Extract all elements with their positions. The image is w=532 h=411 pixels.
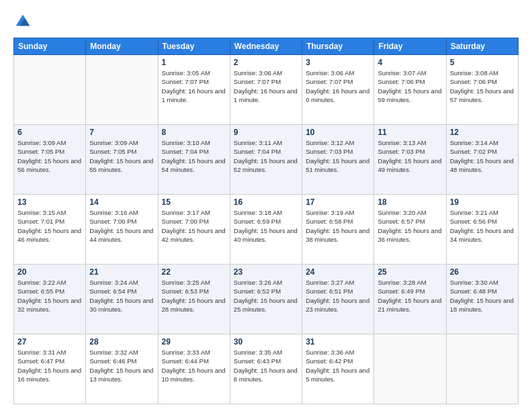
calendar-cell: 2Sunrise: 3:06 AM Sunset: 7:07 PM Daylig… <box>230 55 302 125</box>
calendar-cell <box>86 55 158 125</box>
day-number: 23 <box>234 267 298 277</box>
day-number: 20 <box>17 267 82 277</box>
calendar-cell: 30Sunrise: 3:35 AM Sunset: 6:43 PM Dayli… <box>230 334 302 404</box>
day-info: Sunrise: 3:27 AM Sunset: 6:51 PM Dayligh… <box>306 278 370 314</box>
day-number: 16 <box>234 197 298 207</box>
calendar-cell: 10Sunrise: 3:12 AM Sunset: 7:03 PM Dayli… <box>302 125 374 195</box>
day-info: Sunrise: 3:25 AM Sunset: 6:53 PM Dayligh… <box>162 278 226 314</box>
day-info: Sunrise: 3:32 AM Sunset: 6:46 PM Dayligh… <box>89 348 154 383</box>
day-number: 18 <box>378 197 442 207</box>
weekday-header-wednesday: Wednesday <box>230 38 302 55</box>
calendar-cell: 8Sunrise: 3:10 AM Sunset: 7:04 PM Daylig… <box>158 125 230 195</box>
day-number: 17 <box>306 197 370 207</box>
weekday-header-sunday: Sunday <box>14 38 86 55</box>
weekday-header-friday: Friday <box>374 38 446 55</box>
calendar-row-4: 20Sunrise: 3:22 AM Sunset: 6:55 PM Dayli… <box>14 265 519 334</box>
weekday-header-tuesday: Tuesday <box>158 38 230 55</box>
day-info: Sunrise: 3:13 AM Sunset: 7:03 PM Dayligh… <box>378 138 442 174</box>
day-number: 15 <box>162 197 226 207</box>
calendar-cell: 7Sunrise: 3:09 AM Sunset: 7:05 PM Daylig… <box>86 125 158 195</box>
calendar-cell: 24Sunrise: 3:27 AM Sunset: 6:51 PM Dayli… <box>302 265 374 334</box>
calendar-cell: 31Sunrise: 3:36 AM Sunset: 6:42 PM Dayli… <box>302 334 374 404</box>
calendar-cell <box>446 334 518 404</box>
day-number: 30 <box>234 337 298 347</box>
weekday-header-thursday: Thursday <box>302 38 374 55</box>
day-info: Sunrise: 3:30 AM Sunset: 6:48 PM Dayligh… <box>450 278 515 314</box>
day-info: Sunrise: 3:22 AM Sunset: 6:55 PM Dayligh… <box>17 278 82 314</box>
calendar-cell: 18Sunrise: 3:20 AM Sunset: 6:57 PM Dayli… <box>374 195 446 265</box>
calendar-cell: 25Sunrise: 3:28 AM Sunset: 6:49 PM Dayli… <box>374 265 446 334</box>
day-info: Sunrise: 3:16 AM Sunset: 7:00 PM Dayligh… <box>89 208 154 244</box>
day-info: Sunrise: 3:14 AM Sunset: 7:02 PM Dayligh… <box>450 138 515 174</box>
day-number: 19 <box>450 197 515 207</box>
day-info: Sunrise: 3:24 AM Sunset: 6:54 PM Dayligh… <box>89 278 154 314</box>
calendar-cell: 12Sunrise: 3:14 AM Sunset: 7:02 PM Dayli… <box>446 125 518 195</box>
day-number: 14 <box>89 197 154 207</box>
calendar-cell: 22Sunrise: 3:25 AM Sunset: 6:53 PM Dayli… <box>158 265 230 334</box>
calendar-cell: 13Sunrise: 3:15 AM Sunset: 7:01 PM Dayli… <box>14 195 86 265</box>
calendar-cell: 6Sunrise: 3:09 AM Sunset: 7:05 PM Daylig… <box>14 125 86 195</box>
day-number: 4 <box>378 58 442 67</box>
day-info: Sunrise: 3:19 AM Sunset: 6:58 PM Dayligh… <box>306 208 370 244</box>
calendar-cell: 15Sunrise: 3:17 AM Sunset: 7:00 PM Dayli… <box>158 195 230 265</box>
day-info: Sunrise: 3:20 AM Sunset: 6:57 PM Dayligh… <box>378 208 442 244</box>
day-info: Sunrise: 3:08 AM Sunset: 7:06 PM Dayligh… <box>450 68 515 104</box>
weekday-header-row: SundayMondayTuesdayWednesdayThursdayFrid… <box>14 38 519 55</box>
day-info: Sunrise: 3:15 AM Sunset: 7:01 PM Dayligh… <box>17 208 82 244</box>
day-number: 24 <box>306 267 370 277</box>
day-info: Sunrise: 3:36 AM Sunset: 6:42 PM Dayligh… <box>306 348 370 383</box>
calendar-row-5: 27Sunrise: 3:31 AM Sunset: 6:47 PM Dayli… <box>14 334 519 404</box>
day-info: Sunrise: 3:33 AM Sunset: 6:44 PM Dayligh… <box>162 348 226 383</box>
calendar-cell: 11Sunrise: 3:13 AM Sunset: 7:03 PM Dayli… <box>374 125 446 195</box>
day-info: Sunrise: 3:09 AM Sunset: 7:05 PM Dayligh… <box>89 138 154 174</box>
day-info: Sunrise: 3:31 AM Sunset: 6:47 PM Dayligh… <box>17 348 82 383</box>
calendar-cell: 19Sunrise: 3:21 AM Sunset: 6:56 PM Dayli… <box>446 195 518 265</box>
day-number: 8 <box>162 128 226 137</box>
day-info: Sunrise: 3:11 AM Sunset: 7:04 PM Dayligh… <box>234 138 298 174</box>
calendar-cell: 17Sunrise: 3:19 AM Sunset: 6:58 PM Dayli… <box>302 195 374 265</box>
calendar-cell: 14Sunrise: 3:16 AM Sunset: 7:00 PM Dayli… <box>86 195 158 265</box>
calendar-cell: 20Sunrise: 3:22 AM Sunset: 6:55 PM Dayli… <box>14 265 86 334</box>
calendar-cell: 28Sunrise: 3:32 AM Sunset: 6:46 PM Dayli… <box>86 334 158 404</box>
day-number: 29 <box>162 337 226 347</box>
day-info: Sunrise: 3:18 AM Sunset: 6:59 PM Dayligh… <box>234 208 298 244</box>
day-info: Sunrise: 3:17 AM Sunset: 7:00 PM Dayligh… <box>162 208 226 244</box>
calendar-cell: 16Sunrise: 3:18 AM Sunset: 6:59 PM Dayli… <box>230 195 302 265</box>
day-number: 6 <box>17 128 82 137</box>
calendar-cell: 26Sunrise: 3:30 AM Sunset: 6:48 PM Dayli… <box>446 265 518 334</box>
day-info: Sunrise: 3:10 AM Sunset: 7:04 PM Dayligh… <box>162 138 226 174</box>
day-number: 9 <box>234 128 298 137</box>
day-number: 10 <box>306 128 370 137</box>
logo-icon <box>13 12 32 31</box>
day-info: Sunrise: 3:06 AM Sunset: 7:07 PM Dayligh… <box>306 68 370 104</box>
day-number: 13 <box>17 197 82 207</box>
header <box>13 12 519 31</box>
day-info: Sunrise: 3:26 AM Sunset: 6:52 PM Dayligh… <box>234 278 298 314</box>
day-number: 3 <box>306 58 370 67</box>
calendar-row-1: 1Sunrise: 3:05 AM Sunset: 7:07 PM Daylig… <box>14 55 519 125</box>
day-number: 27 <box>17 337 82 347</box>
weekday-header-saturday: Saturday <box>446 38 518 55</box>
calendar-cell: 1Sunrise: 3:05 AM Sunset: 7:07 PM Daylig… <box>158 55 230 125</box>
day-number: 25 <box>378 267 442 277</box>
calendar-cell <box>14 55 86 125</box>
day-number: 22 <box>162 267 226 277</box>
calendar-cell: 21Sunrise: 3:24 AM Sunset: 6:54 PM Dayli… <box>86 265 158 334</box>
calendar-cell: 27Sunrise: 3:31 AM Sunset: 6:47 PM Dayli… <box>14 334 86 404</box>
day-info: Sunrise: 3:28 AM Sunset: 6:49 PM Dayligh… <box>378 278 442 314</box>
day-info: Sunrise: 3:12 AM Sunset: 7:03 PM Dayligh… <box>306 138 370 174</box>
day-info: Sunrise: 3:21 AM Sunset: 6:56 PM Dayligh… <box>450 208 515 244</box>
day-number: 11 <box>378 128 442 137</box>
day-number: 21 <box>89 267 154 277</box>
day-number: 5 <box>450 58 515 67</box>
calendar-cell: 29Sunrise: 3:33 AM Sunset: 6:44 PM Dayli… <box>158 334 230 404</box>
calendar-cell: 3Sunrise: 3:06 AM Sunset: 7:07 PM Daylig… <box>302 55 374 125</box>
day-number: 1 <box>162 58 226 67</box>
day-info: Sunrise: 3:07 AM Sunset: 7:06 PM Dayligh… <box>378 68 442 104</box>
calendar-cell: 9Sunrise: 3:11 AM Sunset: 7:04 PM Daylig… <box>230 125 302 195</box>
day-number: 12 <box>450 128 515 137</box>
calendar-cell: 23Sunrise: 3:26 AM Sunset: 6:52 PM Dayli… <box>230 265 302 334</box>
day-info: Sunrise: 3:35 AM Sunset: 6:43 PM Dayligh… <box>234 348 298 383</box>
day-info: Sunrise: 3:09 AM Sunset: 7:05 PM Dayligh… <box>17 138 82 174</box>
calendar-table: SundayMondayTuesdayWednesdayThursdayFrid… <box>13 38 519 404</box>
